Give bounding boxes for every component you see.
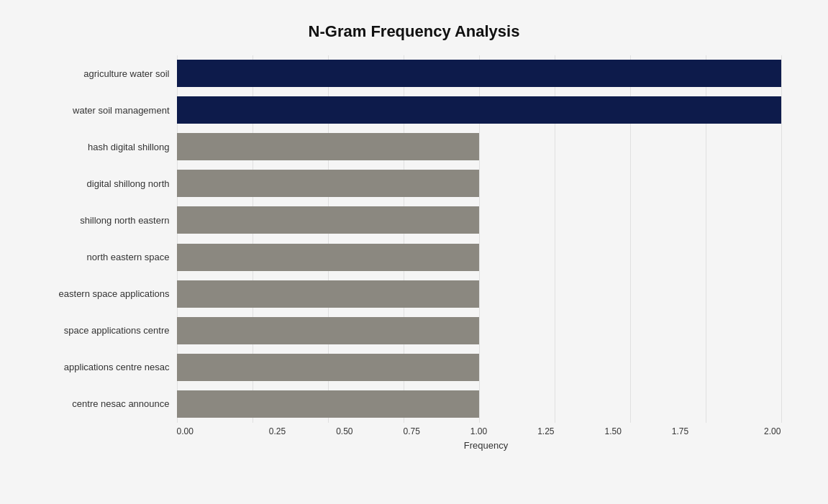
bar: [177, 280, 479, 308]
y-label: north eastern space: [33, 239, 177, 275]
bar: [177, 133, 479, 160]
bar-row: [177, 312, 781, 349]
x-tick: 0.50: [311, 426, 378, 436]
bar: [177, 390, 479, 418]
x-tick: 1.50: [579, 426, 646, 436]
bar-row: [177, 92, 781, 129]
x-tick: 0.75: [378, 426, 445, 436]
bar-row: [177, 349, 781, 385]
x-tick: 0.25: [244, 426, 311, 436]
x-axis: 0.000.250.500.751.001.251.501.752.00: [177, 426, 781, 436]
y-label: hash digital shillong: [33, 129, 177, 165]
x-tick: 1.00: [445, 426, 512, 436]
bar-row: [177, 165, 781, 202]
bar: [177, 206, 479, 234]
bar-rows: [177, 55, 781, 423]
y-label: eastern space applications: [33, 275, 177, 312]
bar: [177, 244, 479, 271]
grid-line: [781, 55, 782, 423]
x-tick: 2.00: [714, 426, 781, 436]
bar: [177, 354, 479, 381]
bar: [177, 170, 479, 197]
plot-area: [177, 55, 781, 423]
x-tick: 1.75: [647, 426, 714, 436]
y-label: applications centre nesac: [33, 349, 177, 385]
x-axis-label: Frequency: [177, 440, 796, 451]
chart-container: N-Gram Frequency Analysis agriculture wa…: [19, 8, 810, 497]
bar-row: [177, 202, 781, 239]
bar: [177, 317, 479, 344]
y-label: space applications centre: [33, 312, 177, 349]
x-tick: 0.00: [177, 426, 244, 436]
bar: [177, 60, 781, 87]
bars-wrapper: [177, 55, 781, 423]
bar-row: [177, 239, 781, 275]
y-axis-labels: agriculture water soilwater soil managem…: [33, 55, 177, 423]
chart-area: agriculture water soilwater soil managem…: [33, 55, 796, 451]
y-label: agriculture water soil: [33, 55, 177, 92]
bar-row: [177, 55, 781, 92]
bar-row: [177, 275, 781, 312]
y-label: centre nesac announce: [33, 385, 177, 422]
x-tick: 1.25: [512, 426, 579, 436]
y-label: shillong north eastern: [33, 202, 177, 239]
y-label: water soil management: [33, 92, 177, 129]
bar-row: [177, 129, 781, 165]
bar-row: [177, 385, 781, 422]
y-label: digital shillong north: [33, 165, 177, 202]
bar: [177, 96, 781, 124]
chart-title: N-Gram Frequency Analysis: [33, 22, 796, 41]
